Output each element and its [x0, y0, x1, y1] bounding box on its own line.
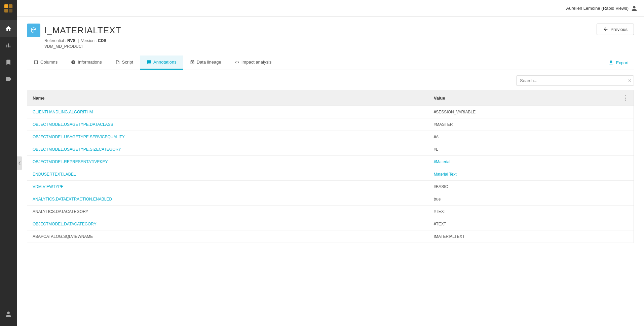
svg-rect-3	[9, 9, 12, 12]
table-row: OBJECTMODEL.REPRESENTATIVEKEY#Material	[27, 156, 634, 168]
cell-name[interactable]: ENDUSERTEXT.LABEL	[27, 168, 428, 181]
svg-rect-0	[4, 4, 8, 8]
tab-script[interactable]: Script	[109, 56, 140, 70]
cell-value[interactable]: #Material	[428, 156, 634, 168]
page-title-row: I_MATERIALTEXT	[27, 24, 121, 37]
tab-data-lineage-label: Data lineage	[197, 60, 221, 65]
export-button[interactable]: Export	[603, 57, 634, 68]
cell-value: #BASIC	[428, 181, 634, 193]
tab-columns-label: Columns	[40, 60, 58, 65]
table-row: OBJECTMODEL.USAGETYPE.SERVICEQUALITY#A	[27, 131, 634, 143]
table-row: ABAPCATALOG.SQLVIEWNAMEIMATERIALTEXT	[27, 230, 634, 243]
columns-icon	[34, 60, 38, 65]
topbar-user: Aurélien Lemoine (Rapid Views)	[566, 5, 637, 11]
main-content: Aurélien Lemoine (Rapid Views) I_MATERIA…	[17, 0, 644, 326]
cell-value: #TEXT	[428, 218, 634, 230]
page-content: I_MATERIALTEXT Referential : RVS | Versi…	[17, 17, 644, 326]
svg-rect-1	[9, 4, 12, 8]
search-input-wrapper: ×	[516, 75, 634, 86]
cell-value: #A	[428, 131, 634, 143]
tab-columns[interactable]: Columns	[27, 56, 64, 70]
arrow-left-icon	[603, 27, 608, 32]
referential-value: RVS	[67, 38, 75, 43]
cell-name[interactable]: CLIENTHANDLING.ALGORITHM	[27, 106, 428, 118]
table-body: CLIENTHANDLING.ALGORITHM#SESSION_VARIABL…	[27, 106, 634, 243]
sidebar-item-tag[interactable]	[0, 71, 17, 87]
column-header-value-label: Value	[434, 96, 445, 101]
sidebar-item-chart[interactable]	[0, 37, 17, 54]
tab-impact-analysis-label: Impact analysis	[241, 60, 272, 65]
tab-annotations[interactable]: Annotations	[140, 56, 183, 70]
cell-name[interactable]: OBJECTMODEL.USAGETYPE.SERVICEQUALITY	[27, 131, 428, 143]
tab-data-lineage[interactable]: Data lineage	[183, 56, 228, 70]
cell-value[interactable]: Material Text	[428, 168, 634, 181]
sidebar-bottom	[0, 306, 17, 323]
sidebar	[0, 0, 17, 326]
column-header-name: Name	[27, 90, 428, 106]
tab-informations-label: Informations	[78, 60, 102, 65]
search-input[interactable]	[516, 75, 634, 86]
version-value: CDS	[98, 38, 106, 43]
cell-value: #SESSION_VARIABLE	[428, 106, 634, 118]
sidebar-item-home[interactable]	[0, 20, 17, 37]
cell-name[interactable]: OBJECTMODEL.USAGETYPE.DATACLASS	[27, 118, 428, 131]
search-clear-button[interactable]: ×	[628, 78, 631, 84]
box-icon	[30, 26, 38, 34]
page-meta: Referential : RVS | Version : CDS	[44, 38, 121, 43]
sidebar-item-user[interactable]	[0, 306, 17, 323]
cell-name: ABAPCATALOG.SQLVIEWNAME	[27, 230, 428, 243]
impact-icon	[235, 60, 239, 65]
annotations-icon	[147, 60, 151, 65]
sidebar-item-bookmark[interactable]	[0, 54, 17, 71]
entity-icon	[27, 24, 40, 37]
cell-value: IMATERIALTEXT	[428, 230, 634, 243]
table-row: OBJECTMODEL.USAGETYPE.DATACLASS#MASTER	[27, 118, 634, 131]
tab-script-label: Script	[122, 60, 133, 65]
cell-name[interactable]: VDM.VIEWTYPE	[27, 181, 428, 193]
tab-impact-analysis[interactable]: Impact analysis	[228, 56, 278, 70]
tab-annotations-label: Annotations	[153, 60, 177, 65]
table-row: CLIENTHANDLING.ALGORITHM#SESSION_VARIABL…	[27, 106, 634, 118]
cell-value: #L	[428, 143, 634, 156]
cell-value: #MASTER	[428, 118, 634, 131]
cell-name[interactable]: ANALYTICS.DATAEXTRACTION.ENABLED	[27, 193, 428, 206]
previous-button[interactable]: Previous	[597, 24, 634, 35]
table-row: VDM.VIEWTYPE#BASIC	[27, 181, 634, 193]
cell-name[interactable]: OBJECTMODEL.USAGETYPE.SIZECATEGORY	[27, 143, 428, 156]
info-icon	[71, 60, 76, 65]
page-title: I_MATERIALTEXT	[44, 25, 121, 36]
script-icon	[115, 60, 120, 65]
annotations-table-container: Name Value ⋮ CLIENTHANDLING.ALGORITHM#SE…	[27, 90, 634, 243]
lineage-icon	[190, 60, 195, 65]
sidebar-nav	[0, 20, 17, 87]
table-row: OBJECTMODEL.DATACATEGORY#TEXT	[27, 218, 634, 230]
user-icon	[631, 5, 637, 11]
svg-rect-2	[4, 9, 8, 12]
topbar: Aurélien Lemoine (Rapid Views)	[17, 0, 644, 17]
cell-value: #TEXT	[428, 206, 634, 218]
table-row: OBJECTMODEL.USAGETYPE.SIZECATEGORY#L	[27, 143, 634, 156]
column-header-value: Value ⋮	[428, 90, 634, 106]
page-title-section: I_MATERIALTEXT Referential : RVS | Versi…	[27, 24, 121, 49]
tab-informations[interactable]: Informations	[64, 56, 109, 70]
export-button-label: Export	[616, 60, 629, 65]
search-bar: ×	[27, 75, 634, 86]
cell-name[interactable]: OBJECTMODEL.DATACATEGORY	[27, 218, 428, 230]
tabs-bar: Columns Informations Script Annotations	[27, 56, 634, 70]
table-header: Name Value ⋮	[27, 90, 634, 106]
page-header: I_MATERIALTEXT Referential : RVS | Versi…	[27, 24, 634, 49]
table-row: ANALYTICS.DATACATEGORY#TEXT	[27, 206, 634, 218]
user-name: Aurélien Lemoine (Rapid Views)	[566, 6, 629, 11]
cell-value: true	[428, 193, 634, 206]
app-logo[interactable]	[0, 0, 17, 17]
table-options-button[interactable]: ⋮	[622, 94, 628, 102]
previous-button-label: Previous	[610, 27, 628, 32]
cell-name[interactable]: OBJECTMODEL.REPRESENTATIVEKEY	[27, 156, 428, 168]
annotations-table: Name Value ⋮ CLIENTHANDLING.ALGORITHM#SE…	[27, 90, 634, 243]
table-row: ANALYTICS.DATAEXTRACTION.ENABLEDtrue	[27, 193, 634, 206]
sidebar-collapse-handle[interactable]	[17, 156, 22, 170]
table-row: ENDUSERTEXT.LABELMaterial Text	[27, 168, 634, 181]
page-subtitle: VDM_MD_PRODUCT	[44, 44, 121, 49]
cell-name: ANALYTICS.DATACATEGORY	[27, 206, 428, 218]
export-icon	[608, 60, 614, 65]
